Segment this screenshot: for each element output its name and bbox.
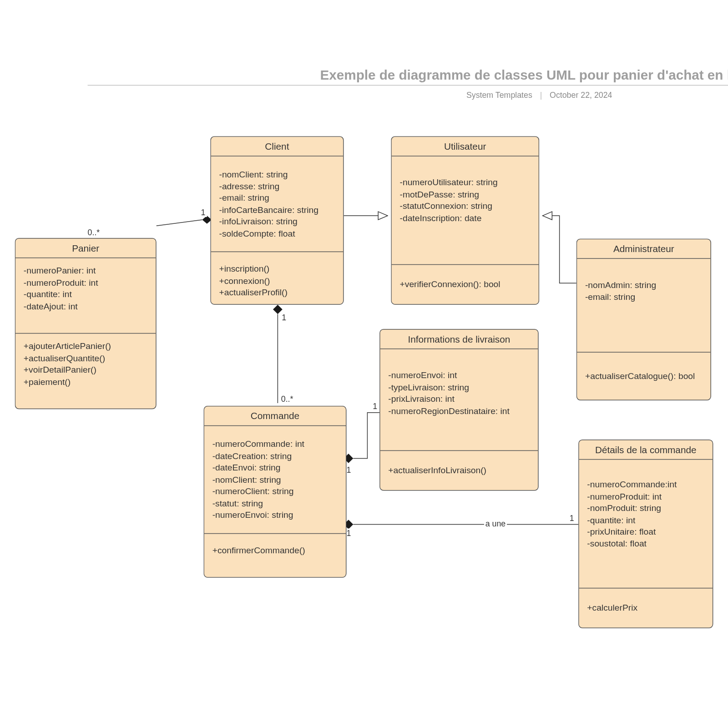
attributes: -nomAdmin: string -email: string <box>577 259 710 353</box>
class-details-commande[interactable]: Détails de la commande -numeroCommande:i… <box>578 440 713 628</box>
operations: +confirmerCommande() <box>204 534 346 577</box>
class-administrateur[interactable]: Administrateur -nomAdmin: string -email:… <box>576 238 711 400</box>
association-label: a une <box>484 519 507 529</box>
class-name: Administrateur <box>577 239 710 259</box>
class-name: Panier <box>15 238 156 258</box>
operations: +verifierConnexion(): bool <box>392 265 539 304</box>
class-name: Informations de livraison <box>380 329 538 349</box>
multiplicity-label: 0..* <box>280 394 295 404</box>
page-subtitle: System Templates | October 22, 2024 <box>0 91 728 100</box>
class-name: Utilisateur <box>392 137 539 157</box>
subtitle-left: System Templates <box>466 91 532 100</box>
subtitle-right: October 22, 2024 <box>550 91 612 100</box>
attributes: -numeroEnvoi: int -typeLivraison: string… <box>380 349 538 451</box>
class-informations-livraison[interactable]: Informations de livraison -numeroEnvoi: … <box>379 329 539 491</box>
multiplicity-label: 0..* <box>86 228 101 238</box>
operations: +ajouterArticlePanier() +actualiserQuant… <box>15 334 156 408</box>
class-client[interactable]: Client -nomClient: string -adresse: stri… <box>210 136 344 304</box>
page-title: Exemple de diagramme de classes UML pour… <box>0 67 728 83</box>
operations: +actualiserInfoLivraison() <box>380 451 538 490</box>
class-utilisateur[interactable]: Utilisateur -numeroUtilisateur: string -… <box>391 136 539 304</box>
attributes: -numeroCommande: int -dateCreation: stri… <box>204 426 346 534</box>
title-divider <box>88 85 728 86</box>
class-name: Commande <box>204 406 346 426</box>
multiplicity-label: 1 <box>200 207 207 217</box>
class-panier[interactable]: Panier -numeroPanier: int -numeroProduit… <box>15 238 157 409</box>
attributes: -numeroUtilisateur: string -motDePasse: … <box>392 157 539 265</box>
operations: +calculerPrix <box>579 589 713 627</box>
subtitle-separator: | <box>540 91 542 100</box>
class-name: Détails de la commande <box>579 440 713 460</box>
class-commande[interactable]: Commande -numeroCommande: int -dateCreat… <box>203 406 346 578</box>
multiplicity-label: 1 <box>371 402 379 411</box>
attributes: -nomClient: string -adresse: string -ema… <box>211 157 343 253</box>
class-name: Client <box>211 137 343 157</box>
attributes: -numeroCommande:int -numeroProduit: int … <box>579 460 713 589</box>
operations: +inscription() +connexion() +actualiserP… <box>211 252 343 305</box>
multiplicity-label: 1 <box>280 313 288 322</box>
operations: +actualiserCatalogue(): bool <box>577 353 710 399</box>
attributes: -numeroPanier: int -numeroProduit: int -… <box>15 258 156 334</box>
multiplicity-label: 1 <box>568 514 576 523</box>
